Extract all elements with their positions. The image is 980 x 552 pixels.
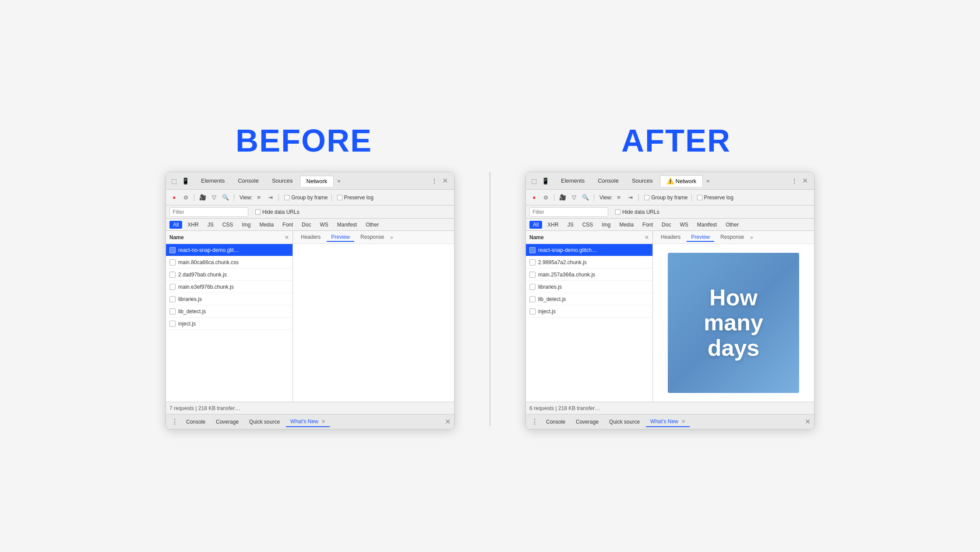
before-type-doc[interactable]: Doc (298, 221, 314, 229)
before-tab-network[interactable]: Network (300, 176, 334, 187)
after-tab-console[interactable]: Console (592, 176, 625, 186)
after-preview-tab-preview[interactable]: Preview (687, 233, 714, 242)
after-type-manifest[interactable]: Manifest (694, 221, 720, 229)
before-bottom-tab-quick-source[interactable]: Quick source (245, 417, 284, 427)
before-tab-overflow[interactable]: » (335, 177, 343, 184)
after-file-list: Name ✕ react-snap-demo.glitch… 2.9895a7a… (526, 231, 653, 402)
before-device-icon[interactable]: 📱 (181, 177, 190, 185)
before-type-xhr[interactable]: XHR (184, 221, 202, 229)
before-group-by-frame-checkbox[interactable] (284, 195, 289, 200)
before-bottom-menu-icon[interactable]: ⋮ (169, 418, 180, 426)
before-type-ws[interactable]: WS (316, 221, 331, 229)
after-file-row-0[interactable]: react-snap-demo.glitch… (526, 244, 652, 256)
after-type-all[interactable]: All (529, 221, 542, 229)
before-preview-tab-response[interactable]: Response (356, 233, 388, 242)
after-tab-network[interactable]: ⚠️ Network (660, 175, 703, 187)
after-group-by-frame-checkbox[interactable] (644, 195, 649, 200)
before-menu-icon[interactable]: ⋮ (430, 177, 439, 185)
after-preview-tab-response[interactable]: Response (716, 233, 748, 242)
after-grid-icon[interactable]: ≡ (614, 193, 624, 202)
after-file-row-1[interactable]: 2.9895a7a2.chunk.js (526, 256, 652, 269)
before-preview-tab-preview[interactable]: Preview (327, 233, 354, 242)
before-type-css[interactable]: CSS (219, 221, 237, 229)
after-tab-sources[interactable]: Sources (626, 176, 659, 186)
after-whats-new-close[interactable]: ✕ (681, 419, 685, 424)
before-tab-sources[interactable]: Sources (266, 176, 299, 186)
before-tab-elements[interactable]: Elements (195, 176, 231, 186)
after-search-icon[interactable]: 🔍 (581, 193, 590, 202)
after-type-other[interactable]: Other (722, 221, 742, 229)
after-type-media[interactable]: Media (616, 221, 637, 229)
before-inspect-icon[interactable]: ⬚ (169, 177, 178, 185)
after-type-ws[interactable]: WS (676, 221, 691, 229)
before-filter-input[interactable] (169, 207, 248, 217)
before-bottom-tab-console[interactable]: Console (182, 417, 210, 427)
after-inspect-icon[interactable]: ⬚ (529, 177, 538, 185)
after-file-row-5[interactable]: inject.js (526, 305, 652, 318)
before-whats-new-close[interactable]: ✕ (321, 419, 325, 424)
before-bottom-tab-coverage[interactable]: Coverage (212, 417, 243, 427)
after-indent-icon[interactable]: ⇥ (625, 193, 635, 202)
before-stop-icon[interactable]: ⊘ (181, 193, 190, 202)
before-bottom-tab-whats-new[interactable]: What's New ✕ (286, 417, 330, 427)
before-type-media[interactable]: Media (256, 221, 277, 229)
before-preserve-log-checkbox[interactable] (337, 195, 342, 200)
after-filter-icon[interactable]: ▽ (569, 193, 579, 202)
after-camera-icon[interactable]: 🎥 (558, 193, 568, 202)
after-menu-icon[interactable]: ⋮ (790, 177, 799, 185)
after-type-xhr[interactable]: XHR (544, 221, 562, 229)
before-list-close[interactable]: ✕ (285, 234, 289, 241)
after-filter-input[interactable] (529, 207, 608, 217)
before-file-row-1[interactable]: main.80ca66ca.chunk.css (166, 256, 293, 269)
before-preview-tab-headers[interactable]: Headers (296, 233, 325, 242)
after-hide-data-urls-checkbox[interactable] (615, 209, 620, 215)
before-camera-icon[interactable]: 🎥 (198, 193, 208, 202)
after-bottom-tab-whats-new[interactable]: What's New ✕ (646, 417, 690, 427)
after-file-row-4[interactable]: lib_detect.js (526, 293, 652, 305)
after-bottom-tab-console[interactable]: Console (542, 417, 570, 427)
after-file-row-3[interactable]: libraries.js (526, 281, 652, 293)
before-file-row-3[interactable]: main.e3ef976b.chunk.js (166, 281, 293, 293)
before-hide-data-urls-checkbox[interactable] (255, 209, 261, 215)
before-type-js[interactable]: JS (204, 221, 217, 229)
after-type-js[interactable]: JS (564, 221, 577, 229)
after-tab-elements[interactable]: Elements (555, 176, 591, 186)
after-file-row-2[interactable]: main.257a366a.chunk.js (526, 269, 652, 281)
after-bottom-tab-quick-source[interactable]: Quick source (605, 417, 644, 427)
before-devtools-close[interactable]: ✕ (440, 176, 451, 186)
after-type-doc[interactable]: Doc (658, 221, 674, 229)
before-file-row-6[interactable]: inject.js (166, 318, 293, 330)
before-type-other[interactable]: Other (362, 221, 382, 229)
after-preview-tab-headers[interactable]: Headers (656, 233, 685, 242)
before-type-img[interactable]: Img (238, 221, 254, 229)
after-preview-tab-overflow[interactable]: » (750, 234, 753, 241)
before-bottom-close[interactable]: ✕ (445, 418, 451, 426)
after-bottom-menu-icon[interactable]: ⋮ (529, 418, 540, 426)
before-grid-icon[interactable]: ≡ (254, 193, 264, 202)
after-preserve-log-checkbox[interactable] (697, 195, 702, 200)
before-type-font[interactable]: Font (279, 221, 296, 229)
before-type-manifest[interactable]: Manifest (334, 221, 360, 229)
before-record-icon[interactable]: ● (169, 193, 179, 202)
before-indent-icon[interactable]: ⇥ (265, 193, 275, 202)
before-tab-console[interactable]: Console (232, 176, 265, 186)
before-file-row-5[interactable]: lib_detect.js (166, 305, 293, 318)
after-device-icon[interactable]: 📱 (541, 177, 550, 185)
after-devtools-close[interactable]: ✕ (800, 176, 811, 186)
after-list-close[interactable]: ✕ (645, 234, 649, 241)
after-type-font[interactable]: Font (639, 221, 656, 229)
after-type-css[interactable]: CSS (579, 221, 597, 229)
after-stop-icon[interactable]: ⊘ (541, 193, 550, 202)
before-file-row-4[interactable]: libraries.js (166, 293, 293, 305)
before-type-all[interactable]: All (169, 221, 182, 229)
before-filter-icon[interactable]: ▽ (209, 193, 219, 202)
before-file-row-0[interactable]: react-no-snap-demo.glit… (166, 244, 293, 256)
after-bottom-tab-coverage[interactable]: Coverage (571, 417, 603, 427)
after-record-icon[interactable]: ● (529, 193, 539, 202)
before-search-icon[interactable]: 🔍 (221, 193, 230, 202)
after-tab-overflow[interactable]: » (704, 177, 712, 184)
after-type-img[interactable]: Img (598, 221, 614, 229)
after-bottom-close[interactable]: ✕ (805, 418, 811, 426)
before-preview-tab-overflow[interactable]: » (390, 234, 393, 241)
before-file-row-2[interactable]: 2.dad97bab.chunk.js (166, 269, 293, 281)
